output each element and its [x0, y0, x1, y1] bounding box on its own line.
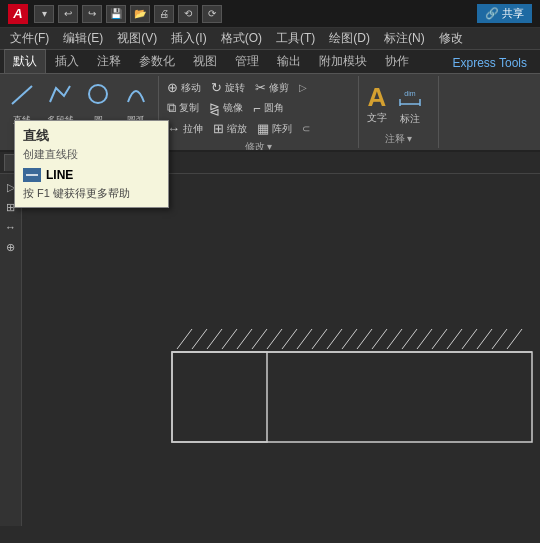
dimension-label: 标注: [400, 113, 420, 125]
btn-scale[interactable]: ⊞ 缩放: [209, 119, 251, 138]
fillet-icon: ⌐: [253, 101, 261, 116]
text-group-label: 注释 ▾: [363, 130, 434, 147]
btn-extra1[interactable]: ▷: [295, 78, 311, 97]
menu-format[interactable]: 格式(O): [215, 28, 268, 49]
svg-line-30: [507, 329, 522, 349]
trim-icon: ✂: [255, 80, 266, 95]
lt-btn-3[interactable]: ↔: [2, 218, 20, 236]
modify-group-label: 修改 ▾: [163, 138, 354, 152]
ribbon-group-text: A 文字 dim 标注 注释 ▾: [359, 76, 439, 148]
svg-line-19: [342, 329, 357, 349]
btn-copy[interactable]: ⧉ 复制: [163, 98, 203, 118]
text-icon: A: [368, 84, 387, 110]
move-label: 移动: [181, 81, 201, 95]
lt-btn-4[interactable]: ⊕: [2, 238, 20, 256]
tab-action[interactable]: 协作: [376, 49, 418, 73]
btn-trim[interactable]: ✂ 修剪: [251, 78, 293, 97]
arc-icon: [124, 82, 148, 112]
polyline-icon: [48, 82, 72, 112]
quick-btn-open[interactable]: 📂: [130, 5, 150, 23]
btn-rotate[interactable]: ↻ 旋转: [207, 78, 249, 97]
copy-icon: ⧉: [167, 100, 176, 116]
quick-btn-save[interactable]: 💾: [106, 5, 126, 23]
btn-extra2[interactable]: ⊂: [298, 119, 314, 138]
canvas-area[interactable]: ▷ ⊞ ↔ ⊕ [-][俯]: [0, 174, 540, 526]
svg-line-23: [402, 329, 417, 349]
tooltip-title: 直线: [23, 127, 160, 145]
btn-text[interactable]: A 文字: [363, 78, 391, 130]
svg-line-15: [282, 329, 297, 349]
svg-line-14: [267, 329, 282, 349]
tooltip-cmd-icon: [23, 168, 41, 182]
svg-line-24: [417, 329, 432, 349]
line-icon: [10, 82, 34, 112]
btn-stretch[interactable]: ↔ 拉伸: [163, 119, 207, 138]
svg-line-18: [327, 329, 342, 349]
inner-rect: [172, 352, 267, 442]
trim-label: 修剪: [269, 81, 289, 95]
tooltip-description: 创建直线段: [23, 147, 160, 162]
array-icon: ▦: [257, 121, 269, 136]
scale-label: 缩放: [227, 122, 247, 136]
quick-btn-undo2[interactable]: ⟲: [178, 5, 198, 23]
ribbon-tabs: 默认 插入 注释 参数化 视图 管理 输出 附加模块 协作 Express To…: [0, 50, 540, 74]
hatch-group: [172, 329, 532, 352]
mirror-label: 镜像: [223, 101, 243, 115]
svg-line-10: [207, 329, 222, 349]
tab-addon[interactable]: 附加模块: [310, 49, 376, 73]
svg-line-12: [237, 329, 252, 349]
menu-view[interactable]: 视图(V): [111, 28, 163, 49]
rotate-label: 旋转: [225, 81, 245, 95]
menu-edit[interactable]: 编辑(E): [57, 28, 109, 49]
tab-output[interactable]: 输出: [268, 49, 310, 73]
text-tools: A 文字 dim 标注: [363, 78, 434, 130]
quick-btn-redo[interactable]: ↪: [82, 5, 102, 23]
tab-default[interactable]: 默认: [4, 49, 46, 73]
tooltip-popup: 直线 创建直线段 LINE 按 F1 键获得更多帮助: [14, 120, 169, 208]
tab-note[interactable]: 注释: [88, 49, 130, 73]
tab-express[interactable]: Express Tools: [444, 52, 536, 73]
svg-line-16: [297, 329, 312, 349]
quick-btn-undo[interactable]: ↩: [58, 5, 78, 23]
svg-line-22: [387, 329, 402, 349]
svg-line-9: [192, 329, 207, 349]
svg-line-29: [492, 329, 507, 349]
svg-line-21: [372, 329, 387, 349]
mirror-icon: ⧎: [209, 101, 220, 116]
circle-icon: [86, 82, 110, 112]
share-button[interactable]: 🔗 共享: [477, 4, 532, 23]
scale-icon: ⊞: [213, 121, 224, 136]
svg-line-17: [312, 329, 327, 349]
btn-fillet[interactable]: ⌐ 圆角: [249, 98, 288, 118]
menu-dimension[interactable]: 标注(N): [378, 28, 431, 49]
tab-insert[interactable]: 插入: [46, 49, 88, 73]
menu-insert[interactable]: 插入(I): [165, 28, 212, 49]
title-bar: A ▾ ↩ ↪ 💾 📂 🖨 ⟲ ⟳ 🔗 共享: [0, 0, 540, 28]
tab-view[interactable]: 视图: [184, 49, 226, 73]
btn-dimension[interactable]: dim 标注: [393, 78, 427, 130]
ribbon-group-modify: ⊕ 移动 ↻ 旋转 ✂ 修剪 ▷ ⧉ 复制 ⧎: [159, 76, 359, 148]
move-icon: ⊕: [167, 80, 178, 95]
btn-move[interactable]: ⊕ 移动: [163, 78, 205, 97]
tab-param[interactable]: 参数化: [130, 49, 184, 73]
copy-label: 复制: [179, 101, 199, 115]
menu-draw[interactable]: 绘图(D): [323, 28, 376, 49]
menu-bar: 文件(F) 编辑(E) 视图(V) 插入(I) 格式(O) 工具(T) 绘图(D…: [0, 28, 540, 50]
dimension-icon: dim: [398, 84, 422, 111]
modify-tools: ⊕ 移动 ↻ 旋转 ✂ 修剪 ▷ ⧉ 复制 ⧎: [163, 78, 354, 138]
menu-file[interactable]: 文件(F): [4, 28, 55, 49]
fillet-label: 圆角: [264, 101, 284, 115]
menu-modify[interactable]: 修改: [433, 28, 469, 49]
quick-btn-1[interactable]: ▾: [34, 5, 54, 23]
btn-mirror[interactable]: ⧎ 镜像: [205, 98, 247, 118]
tab-manage[interactable]: 管理: [226, 49, 268, 73]
app-icon: A: [8, 4, 28, 24]
quick-btn-redo2[interactable]: ⟳: [202, 5, 222, 23]
btn-array[interactable]: ▦ 阵列: [253, 119, 296, 138]
menu-tools[interactable]: 工具(T): [270, 28, 321, 49]
quick-btn-print[interactable]: 🖨: [154, 5, 174, 23]
svg-line-11: [222, 329, 237, 349]
tooltip-command: LINE: [23, 168, 160, 182]
rotate-icon: ↻: [211, 80, 222, 95]
text-label: 文字: [367, 112, 387, 124]
